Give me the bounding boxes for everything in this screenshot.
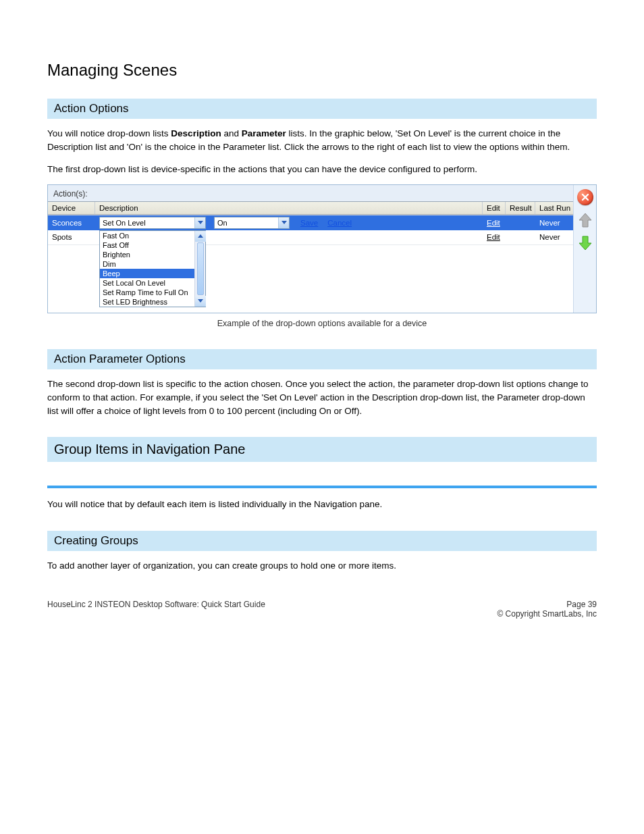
table-row[interactable]: Sconces Set On Level On Save Canc bbox=[48, 215, 573, 230]
actions-label: Action(s): bbox=[48, 185, 573, 201]
row1-result bbox=[506, 215, 535, 230]
chevron-down-icon[interactable] bbox=[278, 217, 289, 228]
footer-left: HouseLinc 2 INSTEON Desktop Software: Qu… bbox=[47, 600, 265, 619]
scroll-down-icon[interactable] bbox=[195, 296, 206, 307]
edit-link[interactable]: Edit bbox=[487, 233, 500, 241]
col-device[interactable]: Device bbox=[48, 202, 95, 214]
row1-device: Sconces bbox=[48, 215, 95, 230]
delete-icon[interactable] bbox=[577, 189, 593, 205]
description-combo[interactable]: Set On Level bbox=[99, 217, 206, 229]
row2-edit[interactable]: Edit bbox=[483, 230, 506, 244]
col-edit[interactable]: Edit bbox=[483, 202, 506, 214]
dropdown-item[interactable]: Set LED Brightness bbox=[100, 297, 194, 307]
row1-lastrun: Never bbox=[535, 215, 573, 230]
cancel-link[interactable]: Cancel bbox=[327, 219, 352, 227]
description-dropdown[interactable]: Fast OnFast OffBrightenDimBeepSet Local … bbox=[99, 230, 206, 307]
dropdown-item[interactable]: Beep bbox=[100, 269, 194, 278]
actions-panel-screenshot: Action(s): Device Description Edit Resul… bbox=[47, 184, 597, 313]
chapter-heading: Group Items in Navigation Pane bbox=[47, 437, 597, 462]
dropdown-item[interactable]: Fast Off bbox=[100, 240, 194, 250]
section-action-options: Action Options bbox=[47, 99, 597, 119]
section-creating-groups: Creating Groups bbox=[47, 531, 597, 551]
section-action-parameter-options: Action Parameter Options bbox=[47, 349, 597, 369]
col-description[interactable]: Description bbox=[95, 202, 483, 214]
edit-link[interactable]: Edit bbox=[487, 219, 500, 227]
bold-parameter: Parameter bbox=[242, 128, 286, 138]
action-options-paragraph-2: The first drop-down list is device-speci… bbox=[47, 163, 597, 176]
col-lastrun[interactable]: Last Run bbox=[535, 202, 573, 214]
chapter-divider bbox=[47, 486, 597, 488]
dropdown-scrollbar[interactable] bbox=[194, 231, 205, 307]
dropdown-item[interactable]: Fast On bbox=[100, 231, 194, 240]
col-result[interactable]: Result bbox=[506, 202, 535, 214]
row1-description: Set On Level On Save Cancel bbox=[95, 215, 483, 230]
action-options-paragraph-1: You will notice drop-down lists Descript… bbox=[47, 127, 597, 155]
text: You will notice drop-down lists bbox=[47, 128, 171, 138]
description-combo-text: Set On Level bbox=[100, 219, 194, 227]
dropdown-item[interactable]: Brighten bbox=[100, 250, 194, 259]
dropdown-item[interactable]: Set Local On Level bbox=[100, 278, 194, 288]
row2-device: Spots bbox=[48, 230, 95, 244]
grid-header: Device Description Edit Result Last Run bbox=[48, 202, 573, 215]
text: and bbox=[221, 128, 242, 138]
scroll-thumb[interactable] bbox=[197, 242, 204, 295]
row2-result bbox=[506, 230, 535, 244]
dropdown-item[interactable]: Set Ramp Time to Full On bbox=[100, 288, 194, 297]
dropdown-item[interactable]: Dim bbox=[100, 259, 194, 269]
chevron-down-icon[interactable] bbox=[194, 217, 205, 228]
row2-lastrun: Never bbox=[535, 230, 573, 244]
scroll-up-icon[interactable] bbox=[195, 231, 206, 242]
screenshot-caption: Example of the drop-down options availab… bbox=[47, 317, 597, 330]
row1-edit[interactable]: Edit bbox=[483, 215, 506, 230]
move-up-icon[interactable] bbox=[578, 212, 593, 228]
create-groups-paragraph: To add another layer of organization, yo… bbox=[47, 559, 597, 573]
footer-page: Page 39 bbox=[497, 600, 597, 609]
bold-description: Description bbox=[171, 128, 221, 138]
param-paragraph: The second drop-down list is specific to… bbox=[47, 377, 597, 419]
dropdown-list: Fast OnFast OffBrightenDimBeepSet Local … bbox=[100, 231, 194, 307]
parameter-combo[interactable]: On bbox=[214, 217, 290, 229]
move-down-icon[interactable] bbox=[578, 235, 593, 251]
actions-grid: Device Description Edit Result Last Run … bbox=[48, 201, 573, 313]
footer-copyright: © Copyright SmartLabs, Inc bbox=[497, 609, 597, 619]
save-link[interactable]: Save bbox=[300, 219, 318, 227]
chapter-subtext: You will notice that by default each ite… bbox=[47, 498, 597, 511]
parameter-combo-text: On bbox=[215, 219, 278, 227]
page-title: Managing Scenes bbox=[47, 61, 597, 80]
page-footer: HouseLinc 2 INSTEON Desktop Software: Qu… bbox=[47, 600, 597, 619]
